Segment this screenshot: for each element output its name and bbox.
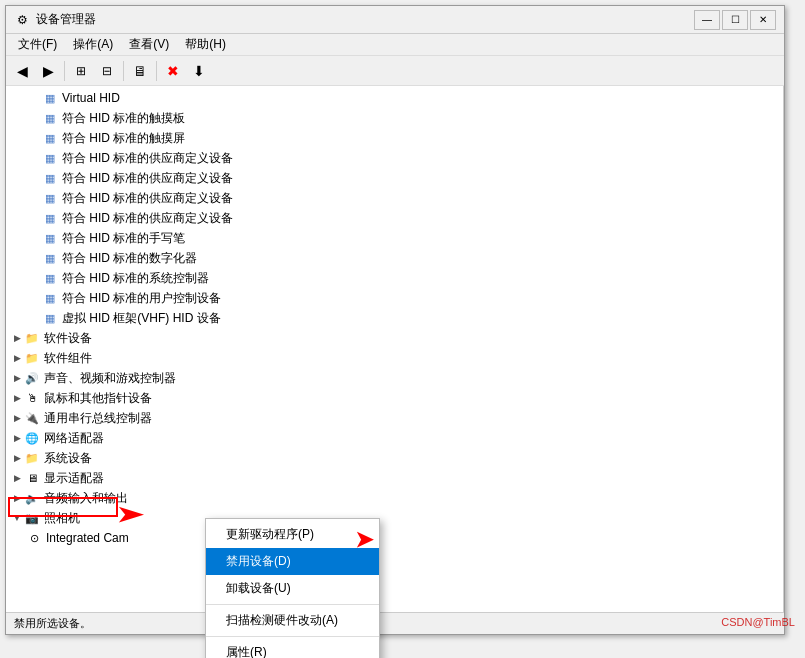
list-item[interactable]: ▦ 虚拟 HID 框架(VHF) HID 设备 bbox=[6, 308, 783, 328]
system-icon: 📁 bbox=[24, 450, 40, 466]
window-title: 设备管理器 bbox=[36, 11, 694, 28]
expand-icon: ▶ bbox=[10, 371, 24, 385]
expand-icon: ▶ bbox=[10, 451, 24, 465]
usb-icon: 🔌 bbox=[24, 410, 40, 426]
toolbar-btn-grid1[interactable]: ⊞ bbox=[69, 59, 93, 83]
list-item[interactable]: ▦ 符合 HID 标准的供应商定义设备 bbox=[6, 188, 783, 208]
mouse-icon: 🖱 bbox=[24, 390, 40, 406]
ctx-disable-device-label: 禁用设备(D) bbox=[226, 553, 291, 570]
list-item[interactable]: ▦ 符合 HID 标准的供应商定义设备 bbox=[6, 168, 783, 188]
ctx-separator-1 bbox=[206, 604, 379, 605]
tree-item-audio-video[interactable]: ▶ 🔊 声音、视频和游戏控制器 bbox=[6, 368, 783, 388]
item-label: 符合 HID 标准的供应商定义设备 bbox=[62, 150, 233, 167]
list-item[interactable]: ▦ 符合 HID 标准的系统控制器 bbox=[6, 268, 783, 288]
item-label: 声音、视频和游戏控制器 bbox=[44, 370, 176, 387]
ctx-uninstall-device[interactable]: 卸载设备(U) bbox=[206, 575, 379, 602]
list-item[interactable]: ▦ 符合 HID 标准的供应商定义设备 bbox=[6, 208, 783, 228]
context-menu: 更新驱动程序(P) 禁用设备(D) 卸载设备(U) 扫描检测硬件改动(A) 属性… bbox=[205, 518, 380, 658]
tree-item-display[interactable]: ▶ 🖥 显示适配器 bbox=[6, 468, 783, 488]
item-label: 网络适配器 bbox=[44, 430, 104, 447]
close-button[interactable]: ✕ bbox=[750, 10, 776, 30]
item-label: 软件组件 bbox=[44, 350, 92, 367]
hid-icon: ▦ bbox=[42, 250, 58, 266]
expand-icon: ▶ bbox=[10, 411, 24, 425]
status-bar: 禁用所选设备。 bbox=[6, 612, 784, 634]
item-label: 符合 HID 标准的供应商定义设备 bbox=[62, 190, 233, 207]
hid-icon: ▦ bbox=[42, 150, 58, 166]
hid-icon: ▦ bbox=[42, 210, 58, 226]
device-tree[interactable]: ▦ Virtual HID ▦ 符合 HID 标准的触摸板 ▦ 符合 HID 标… bbox=[6, 86, 784, 632]
tree-item-network[interactable]: ▶ 🌐 网络适配器 bbox=[6, 428, 783, 448]
tree-item-serial[interactable]: ▶ 🔌 通用串行总线控制器 bbox=[6, 408, 783, 428]
list-item[interactable]: ▦ Virtual HID bbox=[6, 88, 783, 108]
toolbar-sep-3 bbox=[156, 61, 157, 81]
item-label: 符合 HID 标准的系统控制器 bbox=[62, 270, 209, 287]
audio-io-icon: 🔈 bbox=[24, 490, 40, 506]
hid-icon: ▦ bbox=[42, 170, 58, 186]
folder-icon: 📁 bbox=[24, 330, 40, 346]
list-item[interactable]: ▦ 符合 HID 标准的数字化器 bbox=[6, 248, 783, 268]
hid-icon: ▦ bbox=[42, 110, 58, 126]
hid-icon: ▦ bbox=[42, 310, 58, 326]
toolbar-btn-close[interactable]: ✖ bbox=[161, 59, 185, 83]
menu-file[interactable]: 文件(F) bbox=[10, 34, 65, 55]
menu-action[interactable]: 操作(A) bbox=[65, 34, 121, 55]
title-bar: ⚙ 设备管理器 — ☐ ✕ bbox=[6, 6, 784, 34]
tree-item-integrated-cam[interactable]: ⊙ Integrated Cam bbox=[6, 528, 783, 548]
menu-view[interactable]: 查看(V) bbox=[121, 34, 177, 55]
window-controls: — ☐ ✕ bbox=[694, 10, 776, 30]
maximize-button[interactable]: ☐ bbox=[722, 10, 748, 30]
ctx-properties-label: 属性(R) bbox=[226, 644, 267, 658]
ctx-scan-hardware[interactable]: 扫描检测硬件改动(A) bbox=[206, 607, 379, 634]
toolbar-btn-computer[interactable]: 🖥 bbox=[128, 59, 152, 83]
expand-icon: ▶ bbox=[10, 351, 24, 365]
status-text: 禁用所选设备。 bbox=[14, 616, 91, 631]
back-button[interactable]: ◀ bbox=[10, 59, 34, 83]
expand-icon: ▶ bbox=[10, 431, 24, 445]
menu-bar: 文件(F) 操作(A) 查看(V) 帮助(H) bbox=[6, 34, 784, 56]
list-item[interactable]: ▦ 符合 HID 标准的供应商定义设备 bbox=[6, 148, 783, 168]
ctx-uninstall-device-label: 卸载设备(U) bbox=[226, 580, 291, 597]
expand-icon: ▶ bbox=[10, 391, 24, 405]
item-label: 软件设备 bbox=[44, 330, 92, 347]
folder-icon: 📁 bbox=[24, 350, 40, 366]
item-label: 符合 HID 标准的触摸板 bbox=[62, 110, 185, 127]
forward-button[interactable]: ▶ bbox=[36, 59, 60, 83]
display-icon: 🖥 bbox=[24, 470, 40, 486]
minimize-button[interactable]: — bbox=[694, 10, 720, 30]
ctx-update-driver-label: 更新驱动程序(P) bbox=[226, 526, 314, 543]
title-icon: ⚙ bbox=[14, 12, 30, 28]
list-item[interactable]: ▦ 符合 HID 标准的触摸屏 bbox=[6, 128, 783, 148]
device-manager-window: ⚙ 设备管理器 — ☐ ✕ 文件(F) 操作(A) 查看(V) 帮助(H) ◀ … bbox=[5, 5, 785, 635]
item-label: 虚拟 HID 框架(VHF) HID 设备 bbox=[62, 310, 221, 327]
ctx-disable-device[interactable]: 禁用设备(D) bbox=[206, 548, 379, 575]
expand-icon: ▶ bbox=[10, 471, 24, 485]
toolbar-btn-download[interactable]: ⬇ bbox=[187, 59, 211, 83]
hid-icon: ▦ bbox=[42, 190, 58, 206]
item-label: Integrated Cam bbox=[46, 531, 129, 545]
item-label: 通用串行总线控制器 bbox=[44, 410, 152, 427]
camera-group-icon: 📷 bbox=[24, 510, 40, 526]
tree-item-mouse[interactable]: ▶ 🖱 鼠标和其他指针设备 bbox=[6, 388, 783, 408]
network-icon: 🌐 bbox=[24, 430, 40, 446]
red-arrow-menu: ➤ bbox=[355, 527, 373, 553]
tree-item-software-component[interactable]: ▶ 📁 软件组件 bbox=[6, 348, 783, 368]
item-label: 符合 HID 标准的触摸屏 bbox=[62, 130, 185, 147]
list-item[interactable]: ▦ 符合 HID 标准的用户控制设备 bbox=[6, 288, 783, 308]
expand-icon: ▶ bbox=[10, 331, 24, 345]
item-label: Virtual HID bbox=[62, 91, 120, 105]
watermark-text: CSDN@TimBL bbox=[721, 616, 795, 628]
cam-device-icon: ⊙ bbox=[26, 530, 42, 546]
ctx-update-driver[interactable]: 更新驱动程序(P) bbox=[206, 521, 379, 548]
hid-icon: ▦ bbox=[42, 230, 58, 246]
toolbar-sep-2 bbox=[123, 61, 124, 81]
toolbar-btn-grid2[interactable]: ⊟ bbox=[95, 59, 119, 83]
item-label: 符合 HID 标准的供应商定义设备 bbox=[62, 170, 233, 187]
tree-item-software-device[interactable]: ▶ 📁 软件设备 bbox=[6, 328, 783, 348]
list-item[interactable]: ▦ 符合 HID 标准的触摸板 bbox=[6, 108, 783, 128]
tree-item-system[interactable]: ▶ 📁 系统设备 bbox=[6, 448, 783, 468]
expand-icon: ▼ bbox=[10, 511, 24, 525]
list-item[interactable]: ▦ 符合 HID 标准的手写笔 bbox=[6, 228, 783, 248]
menu-help[interactable]: 帮助(H) bbox=[177, 34, 234, 55]
ctx-properties[interactable]: 属性(R) bbox=[206, 639, 379, 658]
